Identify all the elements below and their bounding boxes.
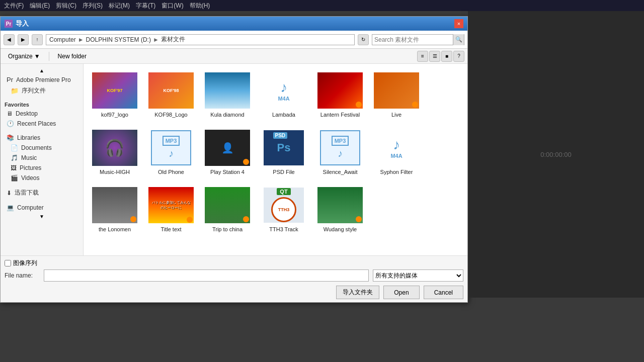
sidebar-section-pr: Pr Adobe Premiere Pro 📁 序列文件 xyxy=(1,74,83,97)
file-thumb-wudang xyxy=(317,186,363,224)
videos-icon: 🎬 xyxy=(11,174,18,182)
image-sequence-checkbox[interactable] xyxy=(5,260,11,266)
tth3-circle: TTH3 xyxy=(271,197,296,222)
music-note-icon: ♪ xyxy=(280,79,287,96)
filename-label: File name: xyxy=(5,272,40,279)
sidebar-item-computer[interactable]: 💻 Computer xyxy=(1,203,83,213)
menu-file[interactable]: 文件(F) xyxy=(4,2,24,10)
file-label-lantern: Lantern Festival xyxy=(320,111,360,118)
music-icon: 🎵 xyxy=(11,154,18,161)
menu-help[interactable]: 帮助(H) xyxy=(190,2,210,10)
file-item-lantern[interactable]: Lantern Festival xyxy=(313,68,367,123)
view-list-button[interactable]: ≡ xyxy=(417,51,428,62)
music-note2-icon: ♪ xyxy=(393,137,400,153)
file-item-syphon[interactable]: ♪ M4A Syphon Filter xyxy=(369,125,424,180)
file-item-silence[interactable]: MP3 ♪ Silence_Await xyxy=(313,125,367,180)
file-item-wudang[interactable]: Wudang style xyxy=(313,183,367,238)
file-thumb-musichigh: 🎧 xyxy=(92,129,137,166)
view-buttons: ≡ ☰ ■ ? xyxy=(417,51,464,62)
checkbox-row: 图像序列 xyxy=(5,259,463,267)
sidebar-item-music[interactable]: 🎵 Music xyxy=(1,153,83,163)
file-thumb-silence: MP3 ♪ xyxy=(317,129,363,166)
view-details-button[interactable]: ☰ xyxy=(429,51,440,62)
file-item-titletext[interactable]: バトルに参加してみんなのヒーローに Title text xyxy=(144,183,198,238)
sidebar-item-recent[interactable]: 🕐 Recent Places xyxy=(1,119,83,129)
breadcrumb-computer: Computer xyxy=(49,36,76,43)
pictures-icon: 🖼 xyxy=(11,164,17,171)
search-icon[interactable]: 🔍 xyxy=(453,34,464,45)
image-sequence-label: 图像序列 xyxy=(13,259,37,267)
file-item-tripchina[interactable]: Trip to china xyxy=(200,183,255,238)
qt-badge: QT xyxy=(277,188,290,195)
filename-input[interactable] xyxy=(44,269,369,282)
menu-bar: 文件(F) 编辑(E) 剪辑(C) 序列(S) 标记(M) 字幕(T) 窗口(W… xyxy=(0,0,644,11)
breadcrumb-folder: 素材文件 xyxy=(161,35,185,44)
sidebar-item-desktop[interactable]: 🖥 Desktop xyxy=(1,109,83,119)
breadcrumb-drive: DOLPHIN SYSTEM (D:) xyxy=(86,36,151,43)
toolbar: Organize ▼ New folder ≡ ☰ ■ ? xyxy=(1,49,467,64)
pr-app-icon: Pr xyxy=(7,76,13,83)
file-item-kula[interactable]: Kula diamond xyxy=(200,68,255,123)
action-buttons: 导入文件夹 Open Cancel xyxy=(5,286,463,299)
sidebar-item-sequence[interactable]: 📁 序列文件 xyxy=(1,85,83,97)
refresh-button[interactable]: ↻ xyxy=(358,34,369,45)
sidebar-item-videos[interactable]: 🎬 Videos xyxy=(1,173,83,183)
file-item-playstation[interactable]: 👤 Play Station 4 xyxy=(200,125,255,180)
sidebar-item-documents[interactable]: 📄 Documents xyxy=(1,143,83,153)
new-folder-button[interactable]: New folder xyxy=(53,51,91,61)
file-label-lonomen: the Lonomen xyxy=(99,226,131,233)
file-thumb-playstation: 👤 xyxy=(205,129,250,166)
psd-badge: PSD xyxy=(273,132,288,139)
view-large-icon-button[interactable]: ■ xyxy=(441,51,452,62)
file-label-syphon: Syphon Filter xyxy=(380,168,413,175)
workspace: 0:00:00:00 Pr 导入 × ◀ ▶ ↑ Computer ► DOLP… xyxy=(0,11,644,362)
file-thumb-tripchina xyxy=(205,186,250,224)
file-thumb-lambada: ♪ M4A xyxy=(261,71,306,109)
file-item-live[interactable]: Live xyxy=(369,68,424,123)
organize-button[interactable]: Organize ▼ xyxy=(4,51,45,61)
file-label-psd: PSD File xyxy=(273,168,294,175)
menu-caption[interactable]: 字幕(T) xyxy=(136,2,155,10)
menu-sequence[interactable]: 序列(S) xyxy=(83,2,103,10)
file-item-musichigh[interactable]: 🎧 Music-HIGH xyxy=(88,125,142,180)
file-item-oldphone[interactable]: MP3 ♪ Old Phone xyxy=(144,125,198,180)
menu-marker[interactable]: 标记(M) xyxy=(109,2,130,10)
forward-button[interactable]: ▶ xyxy=(18,34,29,45)
sidebar-scroll-down[interactable]: ▼ xyxy=(1,213,83,220)
file-item-psd[interactable]: PSD Ps PSD File xyxy=(257,125,311,180)
file-item-kof97[interactable]: KOF'97 kof97_logo xyxy=(88,68,142,123)
file-label-kula: Kula diamond xyxy=(210,111,244,118)
sidebar-section-favorites: Favorites 🖥 Desktop 🕐 Recent Places xyxy=(1,101,83,129)
dialog-title: Pr 导入 xyxy=(5,19,29,28)
file-thumb-oldphone: MP3 ♪ xyxy=(148,129,194,166)
video-badge3 xyxy=(243,159,249,165)
file-item-kof98[interactable]: KOF'98 KOF98_Logo xyxy=(144,68,198,123)
import-folder-button[interactable]: 导入文件夹 xyxy=(336,286,379,299)
file-label-kof97: kof97_logo xyxy=(101,111,128,118)
cancel-button[interactable]: Cancel xyxy=(424,286,463,299)
menu-window[interactable]: 窗口(W) xyxy=(162,2,183,10)
help-button[interactable]: ? xyxy=(453,51,464,62)
file-thumb-kof98: KOF'98 xyxy=(148,71,194,109)
file-item-tth3[interactable]: QT TTH3 TTH3 Track xyxy=(257,183,311,238)
file-thumb-tth3: QT TTH3 xyxy=(261,186,306,224)
file-item-lonomen[interactable]: the Lonomen xyxy=(88,183,142,238)
back-button[interactable]: ◀ xyxy=(4,34,15,45)
sidebar-item-pictures[interactable]: 🖼 Pictures xyxy=(1,163,83,173)
search-input[interactable] xyxy=(372,35,453,45)
up-button[interactable]: ↑ xyxy=(32,34,43,45)
menu-clip[interactable]: 剪辑(C) xyxy=(56,2,76,10)
file-thumb-titletext: バトルに参加してみんなのヒーローに xyxy=(148,186,194,224)
file-item-lambada[interactable]: ♪ M4A Lambada xyxy=(257,68,311,123)
open-button[interactable]: Open xyxy=(383,286,419,299)
breadcrumb[interactable]: Computer ► DOLPHIN SYSTEM (D:) ► 素材文件 xyxy=(46,34,355,45)
file-thumb-kula xyxy=(205,71,250,109)
app-container: 文件(F) 编辑(E) 剪辑(C) 序列(S) 标记(M) 字幕(T) 窗口(W… xyxy=(0,0,644,362)
menu-edit[interactable]: 编辑(E) xyxy=(30,2,50,10)
close-button[interactable]: × xyxy=(454,19,463,28)
toolbar-separator xyxy=(49,52,49,61)
sidebar-item-xunlei[interactable]: ⬇ 迅雷下载 xyxy=(1,187,83,199)
filetype-select[interactable]: 所有支持的媒体 xyxy=(373,269,463,282)
sidebar-scroll-up[interactable]: ▲ xyxy=(1,67,83,74)
file-label-wudang: Wudang style xyxy=(324,226,357,233)
